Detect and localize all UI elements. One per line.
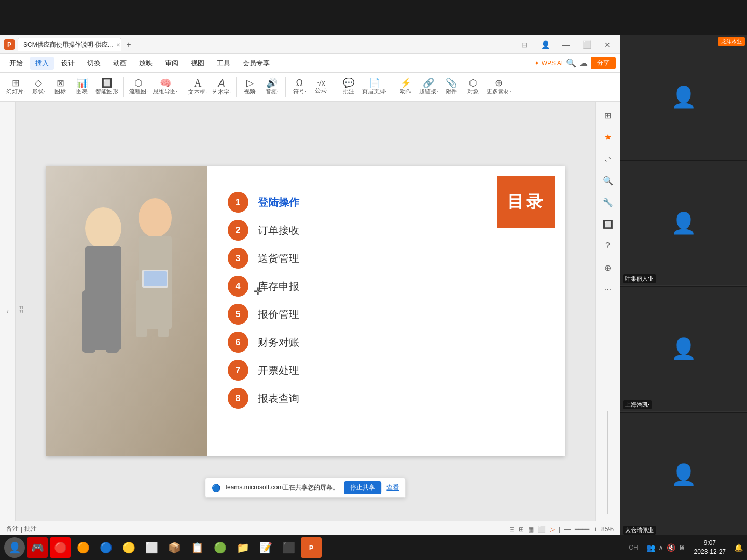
toolbar-symbol[interactable]: Ω 符号· xyxy=(289,77,310,96)
sidebar-slide-panel[interactable]: ⊞ xyxy=(599,106,617,124)
notification-bar: 🔵 teams.microsoft.com正在共享您的屏幕。 停止共享 查看 xyxy=(205,478,406,498)
toolbar-comment[interactable]: 💬 批注 xyxy=(338,77,359,96)
taskbar-people-icon[interactable]: 👥 xyxy=(646,543,655,552)
menu-text-2: 订单接收 xyxy=(258,223,299,237)
view-grid-icon[interactable]: ⊞ xyxy=(519,526,524,533)
menu-view[interactable]: 视图 xyxy=(186,57,210,70)
audio-icon: 🔊 xyxy=(266,78,278,88)
scroll-track xyxy=(607,411,608,514)
view-normal-icon[interactable]: ⊟ xyxy=(509,526,515,533)
maximize-btn[interactable]: ⬜ xyxy=(578,37,595,52)
sidebar-search[interactable]: 🔍 xyxy=(599,171,617,190)
taskbar-icon-4[interactable]: 🔵 xyxy=(95,537,116,558)
taskbar-icon-1[interactable]: 🎮 xyxy=(27,537,48,558)
slide-canvas[interactable]: 目录 1 登陆操作 2 xyxy=(46,166,565,456)
cloud-save-icon[interactable]: ☁ xyxy=(579,58,588,68)
menu-slideshow[interactable]: 放映 xyxy=(134,57,158,70)
toolbar-video[interactable]: ▷ 视频· xyxy=(240,77,260,96)
toolbar-arttext[interactable]: A 艺术字· xyxy=(210,77,233,97)
tab-label: SCM供应商使用操作说明-供应... xyxy=(23,40,113,49)
zoom-slider[interactable]: ━━━━ xyxy=(575,526,589,533)
wps-ai-icon: ✦ xyxy=(534,60,540,67)
taskbar-network-icon[interactable]: 🖥 xyxy=(679,543,686,552)
close-btn[interactable]: ✕ xyxy=(599,37,616,52)
share-button[interactable]: 分享 xyxy=(591,57,616,69)
sidebar-switch[interactable]: ⇌ xyxy=(599,149,617,168)
left-nav-arrow[interactable]: ‹ xyxy=(6,307,9,315)
zoom-out-icon[interactable]: — xyxy=(564,526,571,533)
menu-text-6: 财务对账 xyxy=(258,335,299,349)
toolbar-object[interactable]: ⬡ 对象 xyxy=(463,77,483,96)
search-icon[interactable]: 🔍 xyxy=(566,58,576,68)
minimize-btn[interactable]: — xyxy=(558,37,574,52)
sidebar-help[interactable]: ? xyxy=(599,236,617,255)
taskbar-icon-6[interactable]: ⬜ xyxy=(141,537,162,558)
stop-share-button[interactable]: 停止共享 xyxy=(344,481,381,494)
menu-bar-right: ✦ WPS AI 🔍 ☁ 分享 xyxy=(534,57,616,69)
toolbar-action[interactable]: ⚡ 动作 xyxy=(395,77,416,96)
menu-design[interactable]: 设计 xyxy=(56,57,80,70)
taskbar-icon-3[interactable]: 🟠 xyxy=(73,537,93,558)
video-thumb-4: 👤 太仓瑞佩业 xyxy=(620,413,747,538)
menu-insert[interactable]: 插入 xyxy=(30,57,54,70)
taskbar-avatar[interactable]: 👤 xyxy=(4,537,25,558)
taskbar-icon-7[interactable]: 📦 xyxy=(164,537,185,558)
document-tab[interactable]: SCM供应商使用操作说明-供应... ✕ xyxy=(18,38,121,51)
menu-tools[interactable]: 工具 xyxy=(212,57,236,70)
taskbar-mute-icon[interactable]: 🔇 xyxy=(667,543,675,552)
window-mode-btn[interactable]: ⊟ xyxy=(516,37,533,52)
taskbar-icon-12[interactable]: ⬛ xyxy=(278,537,299,558)
taskbar-icon-11[interactable]: 📝 xyxy=(255,537,276,558)
view-blank-icon[interactable]: ⬜ xyxy=(538,526,546,533)
toolbar-more-assets[interactable]: ⊕ 更多素材· xyxy=(485,77,513,96)
sidebar-more[interactable]: ··· xyxy=(599,280,617,299)
menu-animation[interactable]: 动画 xyxy=(108,57,132,70)
notification-link[interactable]: 查看 xyxy=(386,483,399,492)
sidebar-favorites[interactable]: ★ xyxy=(599,128,617,146)
zoom-in-icon[interactable]: + xyxy=(593,526,597,533)
toolbar-audio[interactable]: 🔊 音频· xyxy=(261,77,282,96)
taskbar-notification[interactable]: 🔔 xyxy=(734,543,743,552)
account-icon[interactable]: 👤 xyxy=(537,37,554,52)
menu-transition[interactable]: 切换 xyxy=(82,57,106,70)
catalog-title: 目录 xyxy=(507,191,545,214)
taskbar-icon-5[interactable]: 🟡 xyxy=(118,537,139,558)
toolbar-shape[interactable]: ◇ 形状· xyxy=(28,77,49,96)
comment-label[interactable]: 批注 xyxy=(24,525,37,534)
toolbar-hyperlink[interactable]: 🔗 超链接· xyxy=(417,77,440,96)
new-tab-button[interactable]: + xyxy=(122,38,135,51)
tab-close-icon[interactable]: ✕ xyxy=(116,42,120,48)
toolbar-textbox[interactable]: A 文本框· xyxy=(186,77,209,97)
taskbar-icon-2[interactable]: 🔴 xyxy=(50,537,71,558)
toolbar-slide[interactable]: ⊞ 幻灯片· xyxy=(4,77,27,96)
sidebar-add[interactable]: ⊕ xyxy=(599,258,617,277)
toolbar-header-footer[interactable]: 📄 页眉页脚· xyxy=(360,77,389,96)
slide-area[interactable]: FE - xyxy=(16,102,595,521)
taskbar-up-icon[interactable]: ∧ xyxy=(658,543,663,552)
taskbar-icon-10[interactable]: 📁 xyxy=(232,537,253,558)
taskbar-icon-9[interactable]: 🟢 xyxy=(210,537,230,558)
menu-text-7: 开票处理 xyxy=(258,363,299,377)
toolbar-smart-shape[interactable]: 🔲 智能图形 xyxy=(93,77,120,96)
taskbar-icon-8[interactable]: 📋 xyxy=(187,537,208,558)
taskbar-icon-wps[interactable]: P xyxy=(301,537,322,558)
toolbar-mindmap[interactable]: 🧠 思维导图· xyxy=(151,77,179,96)
toolbar-attachment[interactable]: 📎 附件 xyxy=(441,77,462,96)
wps-ai-button[interactable]: ✦ WPS AI xyxy=(534,60,563,67)
view-table-icon[interactable]: ▦ xyxy=(528,526,534,533)
video-avatar-3: 👤 xyxy=(671,337,697,361)
more-assets-icon: ⊕ xyxy=(495,78,503,88)
title-bar-controls: ⊟ 👤 — ⬜ ✕ xyxy=(516,37,616,52)
toolbar-chart[interactable]: 📊 图表 xyxy=(72,77,92,96)
menu-member[interactable]: 会员专享 xyxy=(238,57,275,70)
toolbar-icon-btn[interactable]: ⊠ 图标 xyxy=(50,77,71,96)
menu-review[interactable]: 审阅 xyxy=(160,57,184,70)
number-7: 7 xyxy=(235,365,240,376)
notes-label[interactable]: 备注 xyxy=(6,525,19,534)
menu-start[interactable]: 开始 xyxy=(4,57,28,70)
sidebar-tools[interactable]: 🔧 xyxy=(599,193,617,212)
sidebar-view[interactable]: 🔲 xyxy=(599,215,617,233)
toolbar-formula[interactable]: √x 公式· xyxy=(311,78,331,95)
toolbar-flowchart[interactable]: ⬡ 流程图· xyxy=(127,77,150,96)
play-icon[interactable]: ▷ xyxy=(550,526,555,533)
